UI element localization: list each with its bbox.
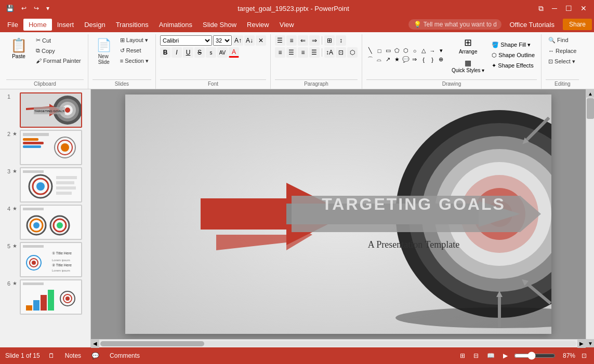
maximize-button[interactable]: ☐ [562, 3, 575, 14]
vscroll-thumb[interactable] [587, 98, 594, 119]
slide-sorter-button[interactable]: ⊟ [471, 351, 481, 360]
slide-3-thumbnail[interactable] [20, 167, 82, 203]
text-direction-button[interactable]: ↕A [324, 47, 335, 58]
arrange-button[interactable]: ⊞ Arrange [449, 35, 487, 56]
slide-thumb-1[interactable]: 1 TARGETING GOALS [2, 92, 88, 128]
shape-arrow[interactable]: → [428, 47, 437, 55]
section-button[interactable]: ≡ Section ▾ [117, 56, 151, 66]
save-qat-button[interactable]: 💾 [4, 4, 16, 13]
slide-thumb-5[interactable]: 5 ★ ① Title Here Lorem ipsum ② Title Her… [2, 242, 88, 277]
layout-button[interactable]: ⊞ Layout ▾ [117, 35, 151, 45]
minimize-button[interactable]: ─ [549, 3, 560, 14]
align-left-button[interactable]: ≡ [275, 47, 285, 58]
shape-pentagon[interactable]: ⬠ [393, 47, 401, 55]
shadow-button[interactable]: s [206, 47, 216, 58]
menu-insert[interactable]: Insert [52, 19, 80, 31]
normal-view-button[interactable]: ⊞ [458, 351, 467, 360]
scroll-up-button[interactable]: ▲ [586, 89, 594, 98]
redo-qat-button[interactable]: ↪ [32, 4, 41, 13]
slide-thumb-4[interactable]: 4 ★ [2, 205, 88, 240]
tell-me-box[interactable]: 💡 [408, 19, 501, 30]
fit-slide-button[interactable]: ⊡ [579, 351, 589, 360]
shape-oval[interactable]: ○ [411, 47, 419, 55]
scroll-right-button[interactable]: ▶ [577, 340, 586, 348]
select-button[interactable]: ⊡ Select ▾ [546, 57, 579, 66]
menu-design[interactable]: Design [79, 19, 110, 31]
decrease-indent-button[interactable]: ⇐ [298, 35, 308, 46]
office-tutorials-link[interactable]: Office Tutorials [506, 19, 559, 31]
slide-canvas[interactable]: TARGETING GOALS A Presentation Template [125, 95, 551, 334]
replace-button[interactable]: ↔ Replace [546, 46, 579, 56]
numbering-button[interactable]: ≡ [286, 35, 297, 46]
text-align-button[interactable]: ⊡ [336, 47, 346, 58]
font-family-select[interactable]: Calibri [160, 35, 212, 46]
justify-button[interactable]: ☰ [309, 47, 320, 58]
menu-home[interactable]: Home [23, 19, 52, 31]
font-size-select[interactable]: 32 [213, 35, 232, 46]
shape-block-arrow[interactable]: ⇒ [411, 56, 419, 64]
scroll-down-button[interactable]: ▼ [586, 339, 594, 347]
shape-triangle[interactable]: △ [419, 47, 428, 55]
italic-button[interactable]: I [171, 47, 182, 58]
hscroll-track[interactable] [100, 341, 576, 346]
shape-fill-button[interactable]: 🪣 Shape Fill ▾ [490, 41, 537, 49]
bullets-button[interactable]: ☰ [275, 35, 285, 46]
notes-button[interactable]: Notes [63, 351, 83, 360]
slide-1-thumbnail[interactable]: TARGETING GOALS [20, 92, 82, 128]
smartart-button[interactable]: ⬡ [347, 47, 358, 58]
increase-font-button[interactable]: A↑ [233, 35, 243, 46]
bold-button[interactable]: B [160, 47, 170, 58]
shapes-more[interactable]: ▾ [437, 47, 445, 55]
slide-4-thumbnail[interactable] [20, 205, 82, 240]
shape-curve[interactable]: ⌒ [366, 56, 375, 64]
line-spacing-button[interactable]: ↕ [336, 35, 346, 46]
zoom-slider[interactable] [514, 352, 556, 360]
menu-view[interactable]: View [274, 19, 299, 31]
scroll-left-button[interactable]: ◀ [91, 340, 99, 348]
underline-button[interactable]: U [183, 47, 193, 58]
align-center-button[interactable]: ☰ [286, 47, 297, 58]
hscroll-thumb[interactable] [100, 341, 204, 346]
shape-rect[interactable]: □ [375, 47, 384, 55]
customize-qat-button[interactable]: ▾ [44, 4, 51, 13]
undo-qat-button[interactable]: ↩ [19, 4, 29, 13]
find-button[interactable]: 🔍 Find [546, 35, 579, 45]
paste-button[interactable]: 📋 Paste [6, 35, 31, 61]
slide-5-thumbnail[interactable]: ① Title Here Lorem ipsum ② Title Here Lo… [20, 242, 82, 277]
shape-rounded-rect[interactable]: ▭ [384, 47, 392, 55]
strikethrough-button[interactable]: S [194, 47, 205, 58]
shape-bracket[interactable]: { [419, 56, 428, 64]
slide-6-thumbnail[interactable] [20, 279, 82, 315]
shape-connector[interactable]: ↗ [384, 56, 392, 64]
shape-hexagon[interactable]: ⬡ [402, 47, 410, 55]
shape-star[interactable]: ★ [393, 56, 401, 64]
align-right-button[interactable]: ≡ [298, 47, 308, 58]
shape-callout[interactable]: 💬 [402, 56, 410, 64]
clear-format-button[interactable]: ✕ [256, 35, 266, 46]
slide-thumb-2[interactable]: 2 ★ [2, 130, 88, 165]
decrease-font-button[interactable]: A↓ [244, 35, 255, 46]
slide-thumb-6[interactable]: 6 ★ [2, 279, 88, 315]
shape-line[interactable]: ╲ [366, 47, 375, 55]
share-button[interactable]: Share [563, 19, 592, 30]
shape-outline-button[interactable]: ⬡ Shape Outline [490, 51, 537, 60]
close-button[interactable]: ✕ [577, 3, 590, 14]
cut-button[interactable]: ✂ Cut [33, 35, 84, 45]
copy-button[interactable]: ⧉ Copy [33, 46, 84, 56]
slideshow-button[interactable]: ▶ [501, 351, 510, 360]
shape-arc[interactable]: ⌓ [375, 56, 384, 64]
comments-button[interactable]: Comments [108, 351, 142, 360]
new-slide-button[interactable]: 📄 NewSlide [93, 35, 115, 68]
slide-thumb-3[interactable]: 3 ★ [2, 167, 88, 203]
spacing-button[interactable]: AV [217, 47, 228, 58]
menu-transitions[interactable]: Transitions [111, 19, 154, 31]
shape-brace[interactable]: } [428, 56, 437, 64]
reading-view-button[interactable]: 📖 [485, 351, 497, 360]
columns-button[interactable]: ⊞ [324, 35, 335, 46]
menu-slideshow[interactable]: Slide Show [197, 19, 242, 31]
format-painter-button[interactable]: 🖌 Format Painter [33, 56, 84, 65]
horizontal-scrollbar[interactable]: ◀ ▶ [91, 339, 586, 347]
menu-review[interactable]: Review [242, 19, 274, 31]
quick-styles-button[interactable]: ▦ Quick Styles ▾ [449, 57, 487, 75]
increase-indent-button[interactable]: ⇒ [309, 35, 320, 46]
